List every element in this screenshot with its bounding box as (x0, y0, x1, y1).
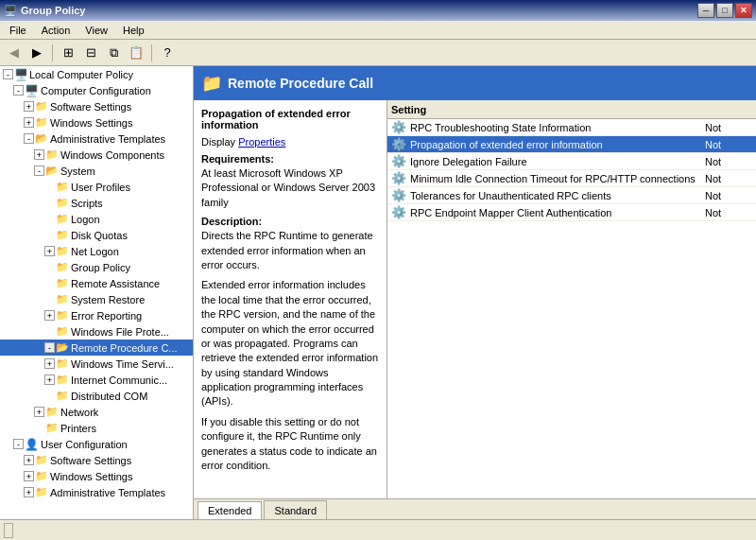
folder-icon-disk-quotas: 📁 (56, 229, 69, 241)
settings-row-rpc-troubleshooting[interactable]: ⚙️ RPC Troubleshooting State Information… (387, 119, 756, 136)
expander-internet-comm[interactable]: + (44, 375, 55, 385)
folder-icon-uc-software: 📁 (35, 454, 48, 466)
tree-item-user-configuration[interactable]: - 👤 User Configuration (0, 436, 193, 452)
expander-distributed-com (44, 391, 55, 401)
display-label: Display (201, 136, 235, 148)
tree-item-windows-settings[interactable]: + 📁 Windows Settings (0, 114, 193, 131)
folder-icon-system: 📂 (45, 165, 59, 177)
settings-row-propagation[interactable]: ⚙️ Propagation of extended error informa… (387, 136, 756, 153)
expander-rpc[interactable]: - (44, 342, 55, 353)
tree-item-remote-assistance[interactable]: 📁 Remote Assistance (0, 275, 193, 291)
settings-row-ignore-delegation[interactable]: ⚙️ Ignore Delegation Failure Not (387, 153, 756, 170)
folder-icon-error-reporting: 📁 (56, 309, 69, 322)
tree-item-admin-templates[interactable]: - 📂 Administrative Templates (0, 131, 193, 147)
content-body: Propagation of extended error informatio… (194, 100, 756, 498)
tree-item-system-restore[interactable]: 📁 System Restore (0, 291, 193, 307)
menu-bar: File Action View Help (0, 21, 756, 40)
expander-windows-settings[interactable]: + (24, 117, 34, 128)
tree-item-scripts[interactable]: 📁 Scripts (0, 195, 193, 211)
settings-label-ignore-delegation: Ignore Delegation Failure (410, 156, 705, 167)
folder-icon-net-logon: 📁 (56, 245, 69, 257)
menu-view[interactable]: View (77, 23, 115, 38)
settings-row-tolerances[interactable]: ⚙️ Tolerances for Unauthenticated RPC cl… (387, 187, 756, 204)
folder-icon-windows-components: 📁 (45, 148, 59, 161)
content-header: 📁 Remote Procedure Call (194, 66, 756, 100)
help-button[interactable]: ? (157, 43, 178, 63)
tree-item-distributed-com[interactable]: 📁 Distributed COM (0, 388, 193, 404)
tree-item-error-reporting[interactable]: + 📁 Error Reporting (0, 307, 193, 323)
settings-row-min-idle[interactable]: ⚙️ Minimum Idle Connection Timeout for R… (387, 170, 756, 187)
tree-item-uc-admin-templates[interactable]: + 📁 Administrative Templates (0, 484, 193, 500)
properties-link[interactable]: Properties (238, 136, 285, 148)
toolbar-separator-2 (151, 44, 152, 61)
view-button[interactable]: ⊟ (80, 43, 101, 63)
expander-computer-config[interactable]: - (13, 85, 24, 96)
tree-item-system[interactable]: - 📂 System (0, 163, 193, 179)
tree-item-computer-config[interactable]: - 🖥️ Computer Configuration (0, 82, 193, 98)
expander-group-policy (44, 262, 55, 272)
tree-item-windows-file-protection[interactable]: 📁 Windows File Prote... (0, 323, 193, 340)
tree-item-windows-time-service[interactable]: + 📁 Windows Time Servi... (0, 356, 193, 372)
tree-item-printers[interactable]: 📁 Printers (0, 420, 193, 436)
expander-system[interactable]: - (34, 165, 44, 176)
expander-uc-admin[interactable]: + (24, 487, 34, 497)
tree-label-file-protection: Windows File Prote... (71, 326, 169, 338)
user-config-icon: 👤 (25, 438, 39, 451)
copy-button[interactable]: ⧉ (103, 43, 124, 63)
settings-icon-min-idle: ⚙️ (391, 171, 406, 186)
tree-label-admin-templates: Administrative Templates (50, 133, 165, 145)
tree-label-error-reporting: Error Reporting (71, 310, 142, 322)
expander-error-reporting[interactable]: + (44, 310, 55, 321)
tree-item-logon[interactable]: 📁 Logon (0, 211, 193, 227)
tree-item-internet-communications[interactable]: + 📁 Internet Communic... (0, 372, 193, 388)
settings-state-rpc-troubleshooting: Not (705, 122, 752, 133)
tab-standard[interactable]: Standard (264, 500, 327, 519)
tree-item-disk-quotas[interactable]: 📁 Disk Quotas (0, 227, 193, 243)
back-button[interactable]: ◀ (4, 43, 25, 63)
expander-logon (44, 214, 55, 224)
expander-uc-windows[interactable]: + (24, 471, 34, 481)
maximize-button[interactable]: □ (716, 3, 733, 18)
expander-user-profiles (44, 182, 55, 192)
settings-state-tolerances: Not (705, 190, 752, 201)
tree-label-local: Local Computer Policy (29, 69, 133, 80)
folder-icon-user-profiles: 📁 (56, 181, 69, 193)
tree-item-software-settings[interactable]: + 📁 Software Settings (0, 98, 193, 114)
tree-item-remote-procedure-call[interactable]: - 📂 Remote Procedure C... (0, 340, 193, 356)
folder-icon-group-policy: 📁 (56, 261, 69, 273)
minimize-button[interactable]: ─ (697, 3, 714, 18)
menu-file[interactable]: File (2, 23, 34, 38)
expander-uc-software[interactable]: + (24, 455, 34, 465)
expander-time-service[interactable]: + (44, 358, 55, 369)
tree-item-uc-windows-settings[interactable]: + 📁 Windows Settings (0, 468, 193, 484)
tree-item-windows-components[interactable]: + 📁 Windows Components (0, 147, 193, 163)
tree-item-group-policy[interactable]: 📁 Group Policy (0, 259, 193, 275)
show-hide-button[interactable]: ⊞ (58, 43, 78, 63)
menu-action[interactable]: Action (34, 23, 78, 38)
settings-label-rpc-troubleshooting: RPC Troubleshooting State Information (410, 122, 705, 133)
settings-pane: Setting ⚙️ RPC Troubleshooting State Inf… (387, 100, 756, 498)
tree-item-user-profiles[interactable]: 📁 User Profiles (0, 179, 193, 195)
forward-button[interactable]: ▶ (26, 43, 47, 63)
menu-help[interactable]: Help (115, 23, 152, 38)
settings-col-setting: Setting (391, 104, 696, 115)
paste-button[interactable]: 📋 (126, 43, 146, 63)
tab-extended[interactable]: Extended (198, 501, 262, 519)
tree-label-system-restore: System Restore (71, 294, 145, 305)
expander-local[interactable]: - (3, 69, 13, 79)
tree-item-local-computer-policy[interactable]: - 🖥️ Local Computer Policy (0, 66, 193, 82)
settings-row-rpc-endpoint[interactable]: ⚙️ RPC Endpoint Mapper Client Authentica… (387, 204, 756, 221)
expander-windows-components[interactable]: + (34, 149, 44, 160)
folder-icon-logon: 📁 (56, 213, 69, 225)
main-container: - 🖥️ Local Computer Policy - 🖥️ Computer… (0, 66, 756, 519)
expander-user-config[interactable]: - (13, 439, 24, 449)
expander-admin-templates[interactable]: - (24, 133, 34, 144)
tree-item-net-logon[interactable]: + 📁 Net Logon (0, 243, 193, 259)
close-button[interactable]: ✕ (735, 3, 752, 18)
folder-icon-time-service: 📁 (56, 357, 69, 370)
tree-item-network[interactable]: + 📁 Network (0, 404, 193, 420)
expander-network[interactable]: + (34, 407, 44, 417)
expander-net-logon[interactable]: + (44, 246, 55, 256)
expander-software[interactable]: + (24, 101, 34, 112)
tree-item-uc-software-settings[interactable]: + 📁 Software Settings (0, 452, 193, 468)
